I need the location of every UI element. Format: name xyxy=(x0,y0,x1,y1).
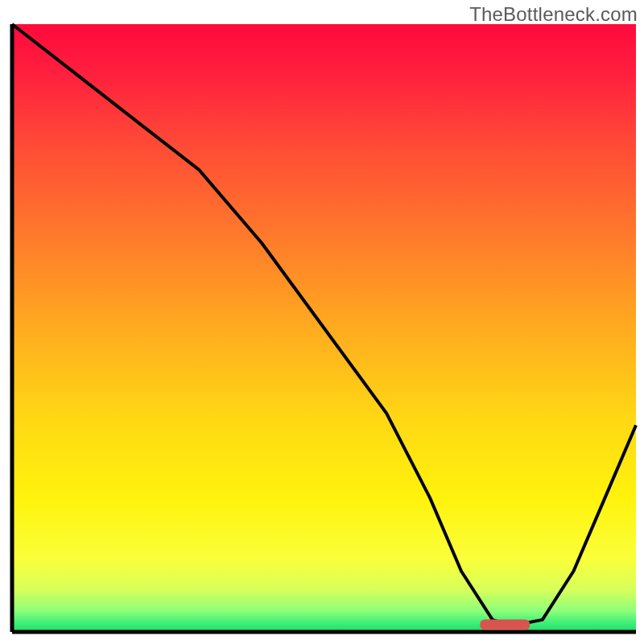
bottleneck-chart: TheBottleneck.com xyxy=(0,0,644,644)
watermark-text: TheBottleneck.com xyxy=(469,3,638,26)
optimal-range-marker xyxy=(480,619,530,630)
chart-svg xyxy=(0,0,644,644)
